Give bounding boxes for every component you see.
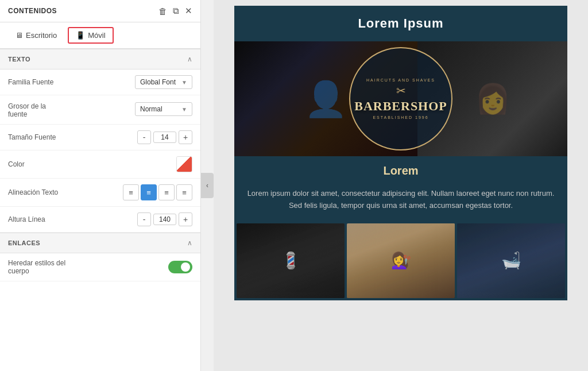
color-row: Color [0,150,200,179]
barbershop-main-text: BARBERSHOP [354,99,447,113]
tamano-fuente-label: Tamaño Fuente [8,133,83,141]
heredar-estilos-toggle[interactable] [168,261,192,273]
email-preview: Lorem Ipsum 👤 👩 HAIRCUTS AND SHAVES ✂ BA… [234,6,567,300]
email-body-text: Lorem ipsum dolor sit amet, consectetur … [246,188,556,212]
alineacion-label: Alineación Texto [8,188,83,196]
email-section-title: Lorem [234,156,567,186]
email-header: Lorem Ipsum [234,6,567,41]
delete-icon[interactable]: 🗑 [158,6,167,16]
heredar-estilos-label: Heredar estilos del cuerpo [8,259,83,275]
grosor-fuente-label: Grosor de lafuente [8,102,83,118]
align-right-btn[interactable]: ≡ [158,184,175,200]
heredar-estilos-control [83,261,192,273]
barbershop-sub-text: ESTABLISHED 1996 [373,115,428,119]
altura-linea-minus[interactable]: - [137,212,151,226]
email-body: Lorem ipsum dolor sit amet, consectetur … [234,186,567,221]
scissors-icon: ✂ [396,84,406,98]
familia-fuente-row: Familia Fuente Global Font ▼ [0,69,200,95]
tab-escritorio[interactable]: 🖥 Escritorio [8,27,64,44]
email-hero: 👤 👩 HAIRCUTS AND SHAVES ✂ BARBERSHOP EST… [234,41,567,156]
grosor-fuente-select[interactable]: Normal ▼ [135,102,192,116]
desktop-icon: 🖥 [16,31,23,40]
section-enlaces-header: ENLACES ∧ [0,233,200,253]
email-images-row: 💈 💇‍♀️ 🛁 [234,221,567,300]
tab-escritorio-label: Escritorio [26,31,57,40]
color-control [83,156,192,172]
tab-movil-label: Móvil [88,31,105,40]
section-enlaces-title: ENLACES [8,239,40,246]
heredar-estilos-row: Heredar estilos del cuerpo [0,253,200,281]
familia-fuente-select[interactable]: Global Font ▼ [135,75,192,89]
tamano-fuente-minus[interactable]: - [137,130,151,144]
altura-linea-row: Altura Línea - 140 + [0,207,200,233]
preview-image-2: 💇‍♀️ [347,223,455,298]
altura-linea-label: Altura Línea [8,215,83,223]
grosor-fuente-value: Normal [140,105,163,113]
panel-title: CONTENIDOS [8,7,57,15]
color-label: Color [8,160,83,168]
grosor-fuente-control: Normal ▼ [83,102,192,116]
altura-linea-number: - 140 + [137,212,192,226]
alineacion-control: ≡ ≡ ≡ ≡ [83,184,192,200]
grosor-fuente-arrow: ▼ [181,106,187,113]
email-section-title-text: Lorem [242,164,559,177]
device-tabs: 🖥 Escritorio 📱 Móvil [0,22,200,49]
left-panel: CONTENIDOS 🗑 ⧉ ✕ 🖥 Escritorio 📱 Móvil TE… [0,0,201,371]
align-justify-btn[interactable]: ≡ [176,184,192,200]
panel-header-icons: 🗑 ⧉ ✕ [158,6,192,16]
tab-movil[interactable]: 📱 Móvil [68,27,113,44]
familia-fuente-value: Global Font [140,78,176,86]
mobile-icon: 📱 [76,31,85,40]
copy-icon[interactable]: ⧉ [173,6,179,16]
familia-fuente-control: Global Font ▼ [83,75,192,89]
align-left-btn[interactable]: ≡ [123,184,139,200]
preview-image-3: 🛁 [457,223,565,298]
barbershop-top-text: HAIRCUTS AND SHAVES [366,78,435,82]
section-texto-title: TEXTO [8,56,30,63]
tamano-fuente-control: - 14 + [83,130,192,144]
email-header-title: Lorem Ipsum [245,16,557,31]
altura-linea-value: 140 [153,214,176,225]
align-center-btn[interactable]: ≡ [141,184,157,200]
section-enlaces-toggle[interactable]: ∧ [187,239,192,247]
color-swatch[interactable] [176,156,192,172]
section-texto-header: TEXTO ∧ [0,49,200,69]
preview-image-1: 💈 [237,223,345,298]
grosor-fuente-row: Grosor de lafuente Normal ▼ [0,95,200,125]
alineacion-row: Alineación Texto ≡ ≡ ≡ ≡ [0,179,200,207]
align-group: ≡ ≡ ≡ ≡ [123,184,192,200]
familia-fuente-arrow: ▼ [181,79,187,86]
panel-scroll: TEXTO ∧ Familia Fuente Global Font ▼ Gro… [0,49,200,371]
tamano-fuente-value: 14 [153,132,176,143]
altura-linea-control: - 140 + [83,212,192,226]
tamano-fuente-plus[interactable]: + [179,130,192,144]
tamano-fuente-number: - 14 + [137,130,192,144]
hero-image: 👤 👩 HAIRCUTS AND SHAVES ✂ BARBERSHOP EST… [234,41,567,156]
altura-linea-plus[interactable]: + [179,212,192,226]
section-texto-toggle[interactable]: ∧ [187,55,192,63]
tamano-fuente-row: Tamaño Fuente - 14 + [0,125,200,150]
collapse-panel-arrow[interactable]: ‹ [201,173,214,198]
familia-fuente-label: Familia Fuente [8,78,83,86]
right-preview: Lorem Ipsum 👤 👩 HAIRCUTS AND SHAVES ✂ BA… [214,0,588,371]
close-icon[interactable]: ✕ [185,6,192,16]
panel-header: CONTENIDOS 🗑 ⧉ ✕ [0,0,200,22]
